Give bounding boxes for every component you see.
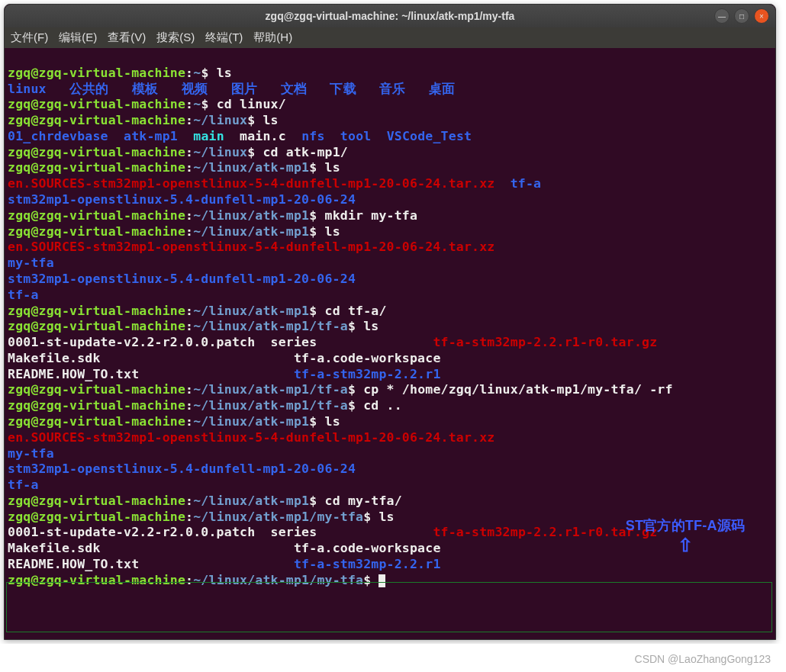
cmd-cd-up: cd .. (363, 398, 402, 413)
prompt-user: zgq@zgq-virtual-machine (8, 66, 185, 80)
cmd-cd-mytfa: cd my-tfa/ (325, 494, 402, 508)
tfa-tar: tf-a-stm32mp-2.2.r1-r0.tar.gz (433, 335, 657, 349)
menu-file[interactable]: 文件(F) (11, 31, 48, 45)
terminal-body[interactable]: zgq@zgq-virtual-machine:~$ ls linux 公共的 … (5, 48, 775, 639)
cmd-ls: ls (217, 66, 232, 80)
window-controls: — □ × (714, 8, 769, 24)
cmd-cd-linux: cd linux/ (217, 97, 286, 111)
cmd-mkdir: mkdir my-tfa (325, 208, 418, 223)
menu-terminal[interactable]: 终端(T) (205, 31, 243, 45)
titlebar: zgq@zgq-virtual-machine: ~/linux/atk-mp1… (5, 5, 775, 27)
cmd-cd-tfa: cd tf-a/ (325, 304, 387, 318)
dir-linux: linux (8, 82, 47, 96)
window-title: zgq@zgq-virtual-machine: ~/linux/atk-mp1… (5, 10, 775, 22)
menubar: 文件(F) 编辑(E) 查看(V) 搜索(S) 终端(T) 帮助(H) (5, 27, 775, 48)
minimize-button[interactable]: — (714, 8, 730, 24)
terminal-window: zgq@zgq-virtual-machine: ~/linux/atk-mp1… (4, 4, 776, 640)
cursor (379, 574, 385, 587)
sources-tar: en.SOURCES-stm32mp1-openstlinux-5-4-dunf… (8, 176, 494, 191)
cmd-cd-atkmp1: cd atk-mp1/ (263, 145, 347, 159)
cmd-cp: cp * /home/zgq/linux/atk-mp1/my-tfa/ -rf (363, 382, 672, 397)
menu-view[interactable]: 查看(V) (108, 31, 146, 45)
menu-edit[interactable]: 编辑(E) (59, 31, 97, 45)
menu-search[interactable]: 搜索(S) (156, 31, 195, 45)
menu-help[interactable]: 帮助(H) (253, 31, 292, 45)
highlight-box (6, 582, 772, 632)
close-button[interactable]: × (754, 8, 769, 24)
maximize-button[interactable]: □ (734, 8, 749, 24)
